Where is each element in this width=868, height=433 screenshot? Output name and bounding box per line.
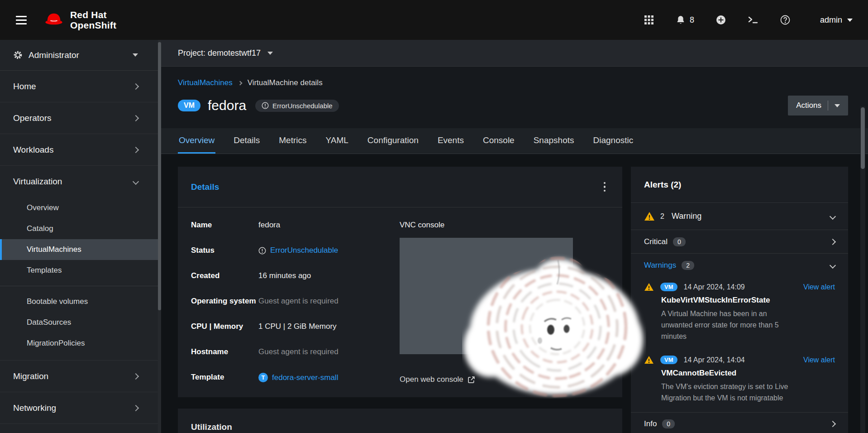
nav-toggle-button[interactable] [11, 10, 32, 30]
redhat-logo-icon [43, 10, 64, 30]
warning-count: 2 [660, 212, 664, 221]
sidebar-item-migration[interactable]: Migration [0, 361, 161, 392]
sidebar-item-operators[interactable]: Operators [0, 102, 161, 134]
sidebar-item-datasources[interactable]: DataSources [0, 312, 161, 333]
user-menu[interactable]: admin [820, 15, 853, 25]
tab-yaml[interactable]: YAML [325, 128, 349, 154]
page-scroll-region: VirtualMachines VirtualMachine details V… [161, 67, 868, 433]
vm-status-badge[interactable]: ErrorUnschedulable [255, 100, 339, 112]
chevron-right-icon [133, 115, 139, 121]
alert-timestamp: 14 Apr 2024, 14:04 [684, 356, 745, 364]
main-area: Project: demotestwtf17 VirtualMachines V… [161, 40, 868, 433]
sidebar-item-workloads[interactable]: Workloads [0, 134, 161, 166]
chevron-right-icon [830, 421, 836, 427]
alerts-group-warnings[interactable]: Warnings 2 [631, 254, 848, 277]
status-link[interactable]: ErrorUnschedulable [270, 246, 338, 255]
warning-triangle-icon [644, 356, 654, 364]
template-badge: T [258, 373, 268, 382]
detail-field-status: Status ErrorUnschedulable [191, 246, 400, 256]
user-name: admin [820, 15, 842, 25]
tab-diagnostic[interactable]: Diagnostic [592, 128, 634, 154]
tab-snapshots[interactable]: Snapshots [533, 128, 575, 154]
scrollbar-thumb[interactable] [158, 42, 161, 310]
tab-overview[interactable]: Overview [178, 128, 215, 154]
exclamation-circle-icon [262, 102, 269, 109]
utilization-card-header: Utilization [178, 409, 622, 433]
perspective-switcher[interactable]: Administrator [0, 40, 161, 71]
template-link[interactable]: fedora-server-small [272, 373, 338, 382]
breadcrumb-current: VirtualMachine details [248, 78, 323, 87]
details-card-title-link[interactable]: Details [191, 182, 219, 192]
app-root: Red Hat OpenShift 8 [0, 0, 868, 433]
view-alert-link[interactable]: View alert [803, 356, 835, 364]
tab-details[interactable]: Details [233, 128, 261, 154]
detail-field-template: Template T fedora-server-small [191, 373, 400, 383]
chevron-down-icon [830, 262, 836, 269]
utilization-card: Utilization [178, 409, 622, 433]
subnav-divider [0, 286, 161, 286]
sidebar-item-templates[interactable]: Templates [0, 260, 161, 281]
gear-icon [13, 50, 23, 60]
bell-icon [676, 15, 686, 25]
sidebar-item-networking[interactable]: Networking [0, 392, 161, 424]
alert-item: VM 14 Apr 2024, 14:04 View alert VMCanno… [631, 350, 848, 412]
tab-bar: Overview Details Metrics YAML Configurat… [161, 128, 868, 154]
detail-field-name: Name fedora [191, 221, 400, 231]
help-button[interactable] [778, 13, 792, 27]
alert-body: KubeVirtVMStuckInErrorState A Virtual Ma… [661, 296, 835, 342]
brand-logo: Red Hat OpenShift [43, 10, 116, 30]
open-web-console-link[interactable]: Open web console [400, 375, 609, 384]
warning-summary-label: Warning [672, 212, 701, 221]
sidebar-scrollbar[interactable] [158, 40, 161, 433]
sidebar-item-virt-overview[interactable]: Overview [0, 197, 161, 218]
sidebar-item-migrationpolicies[interactable]: MigrationPolicies [0, 333, 161, 354]
page-header: VirtualMachines VirtualMachine details V… [161, 67, 868, 128]
breadcrumb-link-virtualmachines[interactable]: VirtualMachines [178, 78, 233, 87]
overview-content: Details Name fedora [161, 154, 868, 433]
tab-events[interactable]: Events [437, 128, 465, 154]
sidebar-item-virtualization[interactable]: Virtualization [0, 166, 161, 197]
vm-kind-badge: VM [660, 356, 677, 364]
masthead-actions: 8 [642, 13, 853, 27]
exclamation-circle-icon [258, 247, 266, 255]
actions-dropdown[interactable]: Actions [788, 96, 848, 115]
sidebar-item-bootable-volumes[interactable]: Bootable volumes [0, 291, 161, 312]
scrollbar-thumb[interactable] [861, 107, 865, 169]
project-selector[interactable]: Project: demotestwtf17 [161, 40, 868, 67]
details-card-header: Details [178, 167, 622, 207]
terminal-button[interactable] [746, 14, 760, 26]
tab-configuration[interactable]: Configuration [367, 128, 420, 154]
detail-field-hostname: Hostname Guest agent is required [191, 347, 400, 357]
status-label: ErrorUnschedulable [272, 102, 333, 110]
app-launcher-button[interactable] [642, 13, 656, 27]
alerts-group-critical[interactable]: Critical 0 [631, 230, 848, 254]
masthead: Red Hat OpenShift 8 [0, 0, 868, 40]
tab-console[interactable]: Console [482, 128, 515, 154]
alert-item: VM 14 Apr 2024, 14:09 View alert KubeVir… [631, 277, 848, 350]
tab-metrics[interactable]: Metrics [278, 128, 307, 154]
content-left-column: Details Name fedora [178, 167, 622, 433]
view-alert-link[interactable]: View alert [803, 283, 835, 291]
alerts-group-info[interactable]: Info 0 [631, 413, 848, 433]
details-fields: Name fedora Status [191, 221, 400, 384]
kebab-menu-icon[interactable] [600, 178, 610, 196]
alert-timestamp: 14 Apr 2024, 14:09 [684, 283, 745, 291]
brand-line1: Red Hat [70, 10, 116, 20]
alerts-warning-summary[interactable]: 2 Warning [631, 203, 848, 230]
notifications-button[interactable]: 8 [674, 13, 696, 27]
question-circle-icon [780, 15, 790, 25]
chevron-right-icon [133, 83, 139, 89]
breadcrumb: VirtualMachines VirtualMachine details [178, 78, 848, 87]
vnc-console-label: VNC console [400, 221, 609, 230]
sidebar-item-virtualmachines[interactable]: VirtualMachines [0, 239, 161, 260]
sidebar-item-catalog[interactable]: Catalog [0, 218, 161, 239]
caret-down-icon [133, 53, 138, 57]
vnc-console-section: VNC console Open web console [400, 221, 609, 384]
sidebar-item-home[interactable]: Home [0, 71, 161, 102]
chevron-right-icon [133, 404, 139, 411]
vnc-console-preview[interactable] [400, 238, 573, 354]
utilization-card-title: Utilization [191, 422, 232, 432]
import-button[interactable] [714, 13, 728, 27]
main-scrollbar[interactable] [860, 106, 865, 433]
info-count-badge: 0 [662, 419, 675, 428]
